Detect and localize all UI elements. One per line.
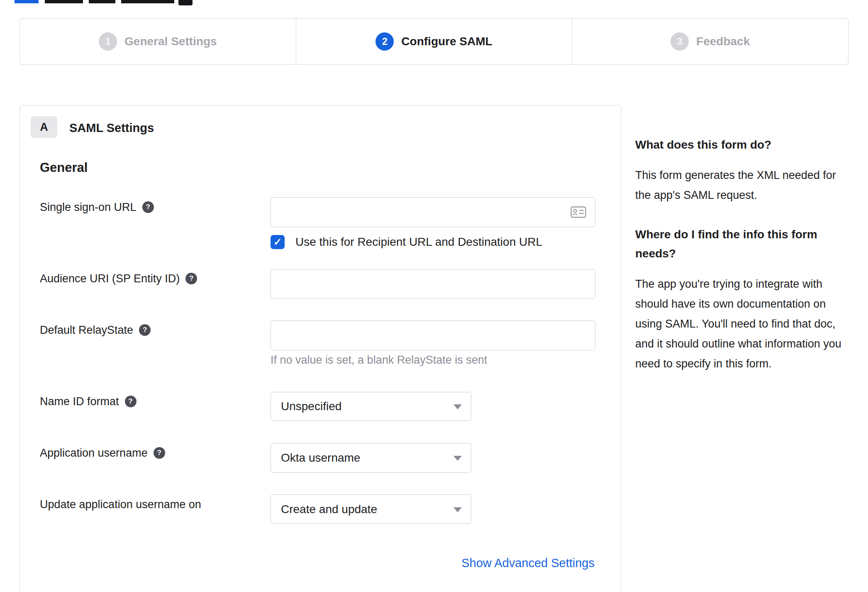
- relaystate-hint: If no value is set, a blank RelayState i…: [271, 354, 487, 367]
- recipient-url-checkbox[interactable]: ✓: [271, 235, 285, 249]
- step-label: Configure SAML: [401, 35, 492, 48]
- section-a-badge: A: [31, 116, 57, 138]
- step-general-settings[interactable]: 1 General Settings: [20, 19, 296, 64]
- step-number-badge: 3: [671, 32, 689, 51]
- application-username-select[interactable]: Okta username: [271, 443, 471, 473]
- help-icon[interactable]: ?: [154, 447, 165, 459]
- help-sidebar: What does this form do? This form genera…: [635, 135, 845, 394]
- name-id-format-select[interactable]: Unspecified: [271, 392, 471, 421]
- chevron-down-icon: [454, 456, 462, 461]
- cropped-header-fragment: [89, 0, 115, 3]
- wizard-stepper: 1 General Settings 2 Configure SAML 3 Fe…: [20, 18, 848, 65]
- recipient-url-checkbox-row: ✓ Use this for Recipient URL and Destina…: [271, 235, 542, 249]
- sso-url-input-wrap: [271, 197, 595, 227]
- contact-card-icon: [571, 206, 586, 218]
- chevron-down-icon: [454, 404, 462, 409]
- application-username-value: Okta username: [281, 451, 360, 465]
- help-icon[interactable]: ?: [125, 396, 137, 407]
- update-app-username-label: Update application username on: [40, 497, 201, 511]
- sidebar-paragraph: This form generates the XML needed for t…: [635, 165, 845, 205]
- group-title-general: General: [40, 160, 88, 175]
- name-id-format-label: Name ID format ?: [40, 394, 137, 409]
- recipient-url-checkbox-label: Use this for Recipient URL and Destinati…: [295, 235, 542, 249]
- help-icon[interactable]: ?: [139, 324, 151, 336]
- sidebar-paragraph: The app you're trying to integrate with …: [635, 274, 845, 374]
- sidebar-heading: What does this form do?: [635, 135, 845, 154]
- step-feedback[interactable]: 3 Feedback: [572, 19, 848, 64]
- update-app-username-select[interactable]: Create and update: [271, 494, 471, 524]
- audience-uri-label-text: Audience URI (SP Entity ID): [40, 272, 180, 285]
- step-configure-saml[interactable]: 2 Configure SAML: [296, 19, 573, 64]
- section-title: SAML Settings: [69, 121, 154, 135]
- step-label: General Settings: [124, 35, 217, 48]
- application-username-label-text: Application username: [40, 447, 148, 460]
- update-app-username-label-text: Update application username on: [40, 498, 201, 511]
- update-app-username-value: Create and update: [281, 503, 377, 516]
- checkmark-icon: ✓: [273, 236, 282, 248]
- step-number-badge: 2: [375, 32, 394, 51]
- name-id-format-label-text: Name ID format: [40, 395, 119, 408]
- saml-settings-panel: A SAML Settings General Single sign-on U…: [20, 105, 621, 592]
- show-advanced-settings-link[interactable]: Show Advanced Settings: [461, 556, 595, 570]
- cropped-header-fragment: [15, 0, 39, 3]
- step-number-badge: 1: [99, 32, 117, 51]
- chevron-down-icon: [454, 507, 462, 512]
- help-icon[interactable]: ?: [142, 201, 154, 213]
- cropped-header-fragment: [45, 0, 83, 3]
- help-icon[interactable]: ?: [185, 273, 197, 284]
- default-relaystate-input[interactable]: [271, 320, 595, 350]
- sidebar-heading: Where do I find the info this form needs…: [635, 225, 845, 263]
- step-label: Feedback: [696, 35, 750, 48]
- sso-url-label-text: Single sign-on URL: [40, 201, 137, 214]
- application-username-label: Application username ?: [40, 446, 165, 460]
- cropped-header-fragment: [121, 0, 174, 3]
- cropped-gear-icon: [178, 0, 193, 5]
- name-id-format-value: Unspecified: [281, 400, 341, 413]
- audience-uri-input[interactable]: [271, 269, 595, 299]
- audience-uri-label: Audience URI (SP Entity ID) ?: [40, 272, 197, 286]
- sso-url-input[interactable]: [271, 197, 595, 227]
- default-relaystate-label: Default RelayState ?: [40, 323, 151, 337]
- default-relaystate-label-text: Default RelayState: [40, 324, 133, 337]
- sso-url-label: Single sign-on URL ?: [40, 200, 154, 214]
